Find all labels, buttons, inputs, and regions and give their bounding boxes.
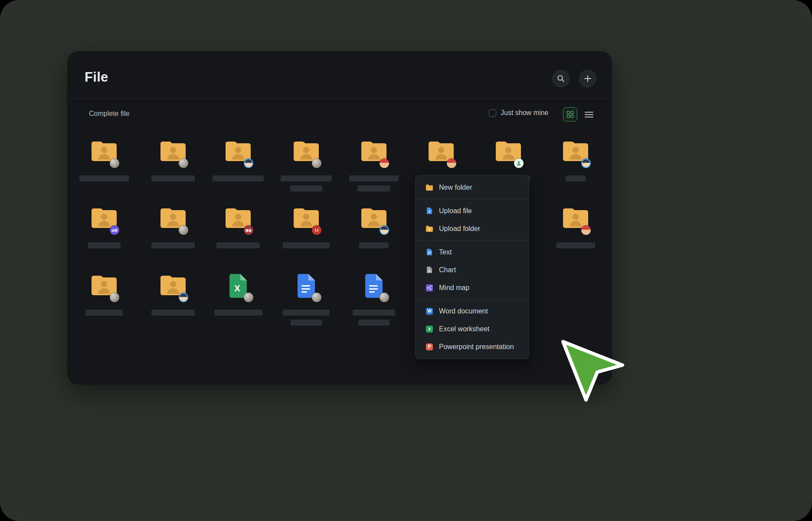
file-name-placeholder	[283, 310, 330, 316]
file-tile[interactable]	[274, 273, 339, 326]
menu-item-label: Mind map	[439, 284, 469, 292]
folder-icon	[494, 139, 522, 164]
excel-icon: x	[426, 325, 433, 333]
file-tile[interactable]	[206, 139, 271, 181]
folder-icon	[360, 139, 388, 164]
excel-icon: X	[224, 273, 252, 298]
file-tile[interactable]	[274, 139, 339, 191]
member-avatar	[380, 158, 389, 168]
file-name-placeholder	[281, 175, 332, 181]
member-avatar: LI	[312, 225, 321, 235]
menu-group: Upload fileUpload folder	[416, 199, 529, 240]
file-app-window: File Complete file Just show mine	[67, 51, 612, 385]
folder-icon	[562, 139, 589, 164]
file-tile[interactable]: X	[206, 273, 271, 316]
grid-view-button[interactable]	[563, 107, 577, 122]
section-label: Complete file	[89, 110, 129, 118]
grid-view-icon	[566, 111, 574, 118]
file-tile[interactable]	[341, 206, 406, 248]
file-tile[interactable]	[72, 139, 137, 181]
search-icon	[557, 75, 565, 82]
just-show-mine-checkbox[interactable]	[489, 109, 496, 117]
menu-item-label: Upload file	[439, 207, 472, 215]
add-button[interactable]	[579, 70, 596, 87]
folder-icon: 微短	[224, 206, 252, 231]
member-avatar	[244, 158, 253, 168]
file-name-placeholder	[214, 310, 262, 316]
folder-icon	[90, 273, 118, 298]
folder-icon	[562, 206, 589, 231]
svg-text:X: X	[234, 284, 240, 293]
file-tile[interactable]	[543, 206, 608, 248]
file-tile[interactable]	[341, 273, 406, 326]
file-name-placeholder	[349, 175, 399, 181]
file-tile[interactable]	[341, 139, 406, 191]
file-tile[interactable]	[72, 273, 137, 316]
menu-group: New folder	[416, 176, 529, 199]
word-icon: W	[426, 307, 433, 315]
file-name-placeholder	[79, 175, 129, 181]
search-button[interactable]	[552, 70, 570, 87]
member-avatar	[179, 158, 188, 168]
folder-icon	[159, 206, 187, 231]
menu-group: WWord documentxExcel worksheetPPowerpoin…	[416, 299, 529, 358]
menu-item-excel-worksheet[interactable]: xExcel worksheet	[416, 320, 529, 338]
file-name-placeholder	[358, 320, 390, 326]
file-name-placeholder	[151, 242, 195, 248]
new-folder-icon	[426, 184, 433, 191]
upload-file-icon	[426, 207, 433, 215]
menu-item-label: Text	[439, 248, 452, 256]
menu-item-word-document[interactable]: WWord document	[416, 302, 529, 320]
page-title: File	[85, 69, 108, 85]
text-icon	[426, 248, 433, 256]
header-divider	[67, 98, 612, 99]
shared-person-icon	[514, 158, 524, 168]
list-view-icon	[585, 111, 593, 118]
file-tile[interactable]	[543, 139, 608, 181]
member-avatar	[312, 293, 321, 302]
file-name-placeholder	[357, 185, 390, 191]
file-grid: 志程微短LIX	[67, 125, 612, 385]
member-avatar	[581, 158, 591, 168]
menu-item-label: Word document	[439, 307, 488, 315]
member-avatar	[447, 158, 456, 168]
just-show-mine-filter[interactable]: Just show mine	[489, 109, 548, 117]
folder-icon	[159, 139, 187, 164]
file-tile[interactable]: 微短	[206, 206, 271, 248]
file-name-placeholder	[216, 242, 260, 248]
folder-icon	[224, 139, 252, 164]
folder-icon	[360, 206, 388, 231]
file-name-placeholder	[88, 242, 121, 248]
menu-item-new-folder[interactable]: New folder	[416, 178, 529, 196]
file-name-placeholder	[283, 242, 330, 248]
menu-item-label: Powerpoint presentation	[439, 343, 514, 351]
list-view-button[interactable]	[584, 110, 594, 119]
folder-icon	[292, 139, 320, 164]
menu-item-upload-folder[interactable]: Upload folder	[416, 220, 529, 237]
file-name-placeholder	[213, 175, 264, 181]
file-name-placeholder	[85, 310, 123, 316]
file-tile[interactable]: LI	[274, 206, 339, 248]
member-avatar: 微短	[244, 225, 253, 235]
menu-item-mind-map[interactable]: Mind map	[416, 279, 529, 297]
file-name-placeholder	[290, 185, 322, 191]
file-tile[interactable]	[141, 139, 206, 181]
member-avatar	[581, 225, 591, 235]
mind-map-icon	[426, 284, 433, 292]
file-tile[interactable]	[141, 206, 206, 248]
doc-icon	[360, 273, 388, 298]
plus-icon	[584, 75, 592, 82]
folder-icon	[427, 139, 455, 164]
just-show-mine-label: Just show mine	[501, 109, 548, 117]
file-tile[interactable]: 志程	[72, 206, 137, 248]
file-name-placeholder	[291, 320, 322, 326]
menu-item-chart[interactable]: Chart	[416, 261, 529, 279]
menu-item-powerpoint-presentation[interactable]: PPowerpoint presentation	[416, 338, 529, 356]
file-tile[interactable]	[141, 273, 206, 316]
member-avatar	[110, 158, 119, 168]
folder-icon: 志程	[90, 206, 118, 231]
doc-icon	[292, 273, 320, 298]
menu-item-label: New folder	[439, 184, 472, 191]
menu-item-text[interactable]: Text	[416, 243, 529, 261]
menu-item-upload-file[interactable]: Upload file	[416, 202, 529, 220]
